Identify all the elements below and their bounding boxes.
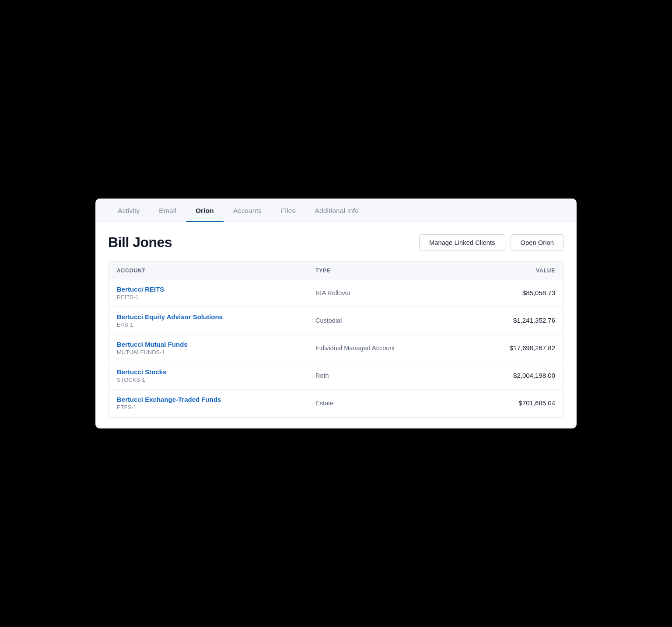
table-row: Bertucci Mutual Funds MUTUALFUNDS-1 Indi… [109, 334, 564, 362]
account-id-0: REITS-1 [117, 294, 300, 300]
account-type-cell-1: Custodial [308, 307, 463, 334]
table-row: Bertucci Equity Advisor Solutions EAS-1 … [109, 307, 564, 334]
table-header-row: ACCOUNT TYPE VALUE [109, 262, 564, 279]
account-name-link-1[interactable]: Bertucci Equity Advisor Solutions [117, 313, 300, 320]
outer-wrapper: Activity Email Orion Accounts Files Addi… [0, 0, 672, 627]
account-type-cell-2: Individual Managed Account [308, 334, 463, 362]
account-id-2: MUTUALFUNDS-1 [117, 349, 300, 355]
table-row: Bertucci Stocks STOCKS-1 Roth $2,004,198… [109, 362, 564, 389]
col-header-account: ACCOUNT [109, 262, 308, 279]
main-card: Activity Email Orion Accounts Files Addi… [95, 199, 577, 428]
col-header-type: TYPE [308, 262, 463, 279]
tab-orion[interactable]: Orion [186, 199, 224, 222]
account-type-cell-3: Roth [308, 362, 463, 389]
account-value-cell-0: $85,058.73 [463, 279, 564, 307]
account-value-cell-4: $701,685.04 [463, 389, 564, 417]
account-name-link-4[interactable]: Bertucci Exchange-Traded Funds [117, 396, 300, 403]
table-row: Bertucci Exchange-Traded Funds ETFS-1 Es… [109, 389, 564, 417]
account-cell-3: Bertucci Stocks STOCKS-1 [109, 362, 308, 389]
accounts-table: ACCOUNT TYPE VALUE Bertucci REITS REITS-… [108, 262, 564, 417]
account-id-3: STOCKS-1 [117, 376, 300, 383]
tab-accounts[interactable]: Accounts [224, 199, 271, 222]
open-orion-button[interactable]: Open Orion [511, 234, 564, 251]
manage-linked-clients-button[interactable]: Manage Linked Clients [419, 234, 505, 251]
account-value-cell-2: $17,698,267.82 [463, 334, 564, 362]
account-id-1: EAS-1 [117, 321, 300, 328]
account-name-link-0[interactable]: Bertucci REITS [117, 286, 300, 293]
header-row: Bill Jones Manage Linked Clients Open Or… [108, 234, 564, 251]
account-cell-4: Bertucci Exchange-Traded Funds ETFS-1 [109, 389, 308, 417]
account-cell-2: Bertucci Mutual Funds MUTUALFUNDS-1 [109, 334, 308, 362]
client-name: Bill Jones [108, 234, 172, 251]
account-name-link-2[interactable]: Bertucci Mutual Funds [117, 341, 300, 348]
account-cell-1: Bertucci Equity Advisor Solutions EAS-1 [109, 307, 308, 334]
content-area: Bill Jones Manage Linked Clients Open Or… [96, 222, 576, 428]
table-row: Bertucci REITS REITS-1 IRA Rollover $85,… [109, 279, 564, 307]
accounts-table-wrapper: ACCOUNT TYPE VALUE Bertucci REITS REITS-… [108, 261, 564, 418]
tab-files[interactable]: Files [271, 199, 305, 222]
account-type-cell-0: IRA Rollover [308, 279, 463, 307]
bottom-space [108, 418, 564, 428]
header-actions: Manage Linked Clients Open Orion [419, 234, 564, 251]
tab-additional-info[interactable]: Additional Info [305, 199, 369, 222]
tab-activity[interactable]: Activity [108, 199, 149, 222]
account-cell-0: Bertucci REITS REITS-1 [109, 279, 308, 307]
tab-email[interactable]: Email [149, 199, 186, 222]
account-name-link-3[interactable]: Bertucci Stocks [117, 368, 300, 376]
account-type-cell-4: Estate [308, 389, 463, 417]
tab-bar: Activity Email Orion Accounts Files Addi… [96, 199, 576, 222]
account-value-cell-3: $2,004,198.00 [463, 362, 564, 389]
account-value-cell-1: $1,241,352.76 [463, 307, 564, 334]
account-id-4: ETFS-1 [117, 404, 300, 411]
col-header-value: VALUE [463, 262, 564, 279]
